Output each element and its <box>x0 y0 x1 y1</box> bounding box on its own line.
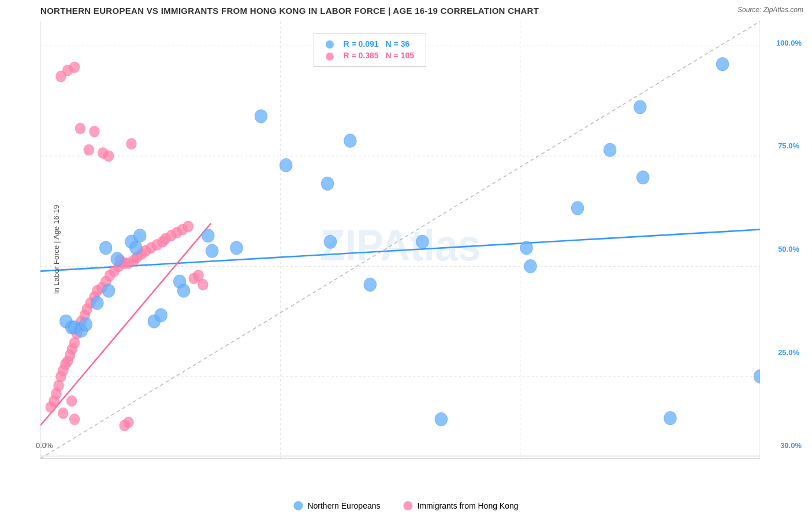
svg-point-75 <box>91 296 104 309</box>
svg-point-105 <box>754 370 760 383</box>
svg-point-94 <box>324 235 337 248</box>
chart-title: NORTHERN EUROPEAN VS IMMIGRANTS FROM HON… <box>6 6 806 16</box>
svg-point-27 <box>66 395 77 406</box>
scatter-plot: ZIPAtlas <box>40 21 760 477</box>
svg-point-88 <box>230 241 243 255</box>
svg-point-92 <box>344 134 357 147</box>
svg-point-89 <box>255 110 267 123</box>
svg-point-69 <box>198 279 208 290</box>
x-tick-30: 30.0% <box>780 441 802 450</box>
svg-point-81 <box>133 229 146 242</box>
chart-area: In Labor Force | Age 16-19 100.0% 75.0% … <box>40 21 760 477</box>
svg-point-103 <box>664 411 677 424</box>
svg-point-60 <box>56 71 66 82</box>
y-tick-50: 50.0% <box>778 245 799 253</box>
svg-text:ZIPAtlas: ZIPAtlas <box>320 220 481 270</box>
svg-point-76 <box>99 241 112 255</box>
y-tick-100: 100.0% <box>776 39 802 47</box>
svg-point-66 <box>183 221 193 232</box>
hong-kong-label: Immigrants from Hong Kong <box>418 501 519 510</box>
svg-point-58 <box>124 417 134 428</box>
svg-point-98 <box>524 259 537 273</box>
pink-dot-icon <box>404 501 413 510</box>
svg-point-91 <box>321 177 334 190</box>
svg-point-95 <box>416 235 429 248</box>
bottom-legend: Northern Europeans Immigrants from Hong … <box>293 501 518 510</box>
svg-point-44 <box>90 126 100 137</box>
chart-container: NORTHERN EUROPEAN VS IMMIGRANTS FROM HON… <box>0 0 812 515</box>
svg-point-28 <box>58 408 69 419</box>
x-tick-zero: 0.0% <box>36 441 53 450</box>
svg-point-78 <box>111 252 124 266</box>
blue-r-value: R = 0.091 <box>340 38 382 50</box>
svg-point-93 <box>364 278 377 291</box>
svg-point-97 <box>520 241 533 255</box>
svg-point-43 <box>126 139 137 150</box>
svg-point-29 <box>69 414 80 425</box>
blue-dot-icon <box>293 501 303 510</box>
legend-item-northern-europeans: Northern Europeans <box>293 501 380 510</box>
blue-n-value: N = 36 <box>382 38 418 50</box>
y-axis-label: In Labor Force | Age 16-19 <box>52 205 61 294</box>
svg-point-61 <box>69 62 80 73</box>
northern-europeans-label: Northern Europeans <box>307 501 380 510</box>
svg-point-45 <box>75 123 85 134</box>
pink-r-value: R = 0.385 <box>340 50 382 61</box>
svg-point-77 <box>102 284 115 297</box>
svg-point-74 <box>80 318 92 331</box>
svg-point-85 <box>177 284 190 297</box>
legend-box: R = 0.091 N = 36 R = 0.385 N = 105 <box>314 33 426 67</box>
svg-point-83 <box>155 308 167 322</box>
svg-point-46 <box>84 144 94 155</box>
legend-item-hong-kong: Immigrants from Hong Kong <box>404 501 519 510</box>
svg-point-102 <box>636 171 649 184</box>
source-text: Source: ZipAtlas.com <box>737 6 803 14</box>
y-tick-25: 25.0% <box>778 348 799 357</box>
svg-point-87 <box>206 244 218 258</box>
svg-point-104 <box>716 58 729 71</box>
svg-point-101 <box>634 100 647 114</box>
svg-point-96 <box>435 413 448 426</box>
svg-point-100 <box>604 143 616 156</box>
svg-point-86 <box>202 229 215 242</box>
svg-point-99 <box>571 201 584 215</box>
svg-point-48 <box>103 151 114 162</box>
y-tick-75: 75.0% <box>778 141 799 150</box>
svg-point-90 <box>280 159 292 172</box>
svg-point-80 <box>130 241 143 255</box>
pink-n-value: N = 105 <box>382 50 418 61</box>
